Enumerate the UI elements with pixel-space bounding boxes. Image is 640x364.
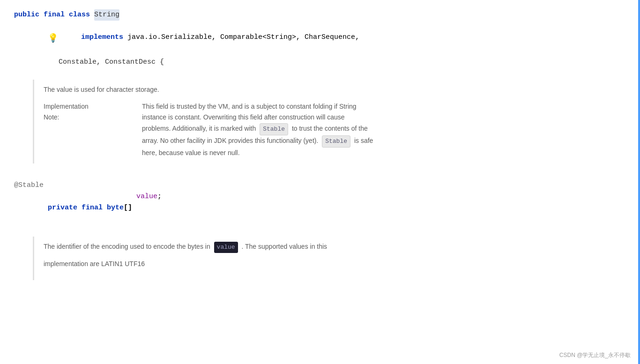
impl-content-line1: This field is trusted by the VM, and is … bbox=[142, 101, 626, 112]
note-label: Note: bbox=[44, 112, 142, 123]
code-view: public final class String 💡 implements j… bbox=[0, 0, 640, 364]
constable-text: Constable, ConstantDesc { bbox=[30, 57, 164, 68]
watermark: CSDN @学无止境_永不停歇 bbox=[559, 351, 631, 359]
final-keyword: final bbox=[82, 204, 107, 212]
note-label-text: Note: bbox=[44, 113, 59, 121]
stable-badge-2: Stable bbox=[322, 135, 350, 148]
field-name-text: value bbox=[136, 191, 157, 202]
annotation-text: @Stable bbox=[14, 180, 44, 191]
javadoc-content: This field is trusted by the VM, and is … bbox=[142, 101, 626, 159]
impl-content-line4: array. No other facility in JDK provides… bbox=[142, 135, 626, 148]
annotation-line: @Stable bbox=[14, 180, 626, 191]
impl-content-line2: instance is constant. Overwriting this f… bbox=[142, 112, 626, 123]
javadoc2-pre: The identifier of the encoding used to e… bbox=[44, 243, 210, 250]
field-type-text: private final byte[] bbox=[14, 191, 136, 225]
javadoc-block-1: The value is used for character storage.… bbox=[33, 80, 626, 163]
implements-keyword: implements bbox=[64, 33, 127, 41]
javadoc-impl-note: Implementation Note: This field is trust… bbox=[44, 101, 626, 159]
javadoc-labels: Implementation Note: bbox=[44, 101, 142, 159]
line4-post: is safe bbox=[354, 137, 373, 144]
class-declaration-line: public final class String bbox=[14, 9, 626, 21]
implements-line2: Constable, ConstantDesc { bbox=[14, 57, 626, 68]
line3-post: to trust the contents of the bbox=[292, 125, 368, 132]
impl-content-line5: here, because value is never null. bbox=[142, 148, 626, 159]
stable-badge-1: Stable bbox=[260, 123, 288, 135]
byte-keyword: byte bbox=[107, 204, 124, 212]
javadoc-description: The value is used for character storage. bbox=[44, 84, 626, 96]
impl-label: Implementation bbox=[44, 101, 142, 112]
interfaces-text: java.io.Serializable, Comparable<String>… bbox=[127, 33, 359, 41]
class-name: String bbox=[94, 9, 119, 21]
implements-line: 💡 implements java.io.Serializable, Compa… bbox=[14, 21, 626, 57]
lightbulb-icon[interactable]: 💡 bbox=[14, 21, 28, 57]
scroll-indicator bbox=[638, 0, 640, 364]
array-brackets: [] bbox=[124, 204, 136, 212]
javadoc2-line2: implementation are LATIN1 UTF16 bbox=[44, 259, 626, 270]
bulb-symbol: 💡 bbox=[48, 34, 58, 43]
field-section: @Stable private final byte[] value; bbox=[0, 171, 640, 230]
impl-content-line3: problems. Additionally, it is marked wit… bbox=[142, 123, 626, 135]
semicolon: ; bbox=[157, 191, 162, 202]
javadoc2-post: . The supported values in this bbox=[241, 243, 327, 250]
private-keyword: private bbox=[48, 204, 82, 212]
line4-pre: array. No other facility in JDK provides… bbox=[142, 137, 318, 144]
field-declaration-line: private final byte[] value; bbox=[14, 191, 626, 225]
impl-label-text: Implementation bbox=[44, 103, 89, 110]
line3-pre: problems. Additionally, it is marked wit… bbox=[142, 125, 256, 132]
value-badge: value bbox=[214, 242, 238, 253]
javadoc-block-2: The identifier of the encoding used to e… bbox=[33, 237, 626, 280]
code-class-declaration: public final class String 💡 implements j… bbox=[0, 0, 640, 73]
javadoc2-description: The identifier of the encoding used to e… bbox=[44, 241, 626, 253]
public-keyword: public final class bbox=[14, 9, 94, 21]
